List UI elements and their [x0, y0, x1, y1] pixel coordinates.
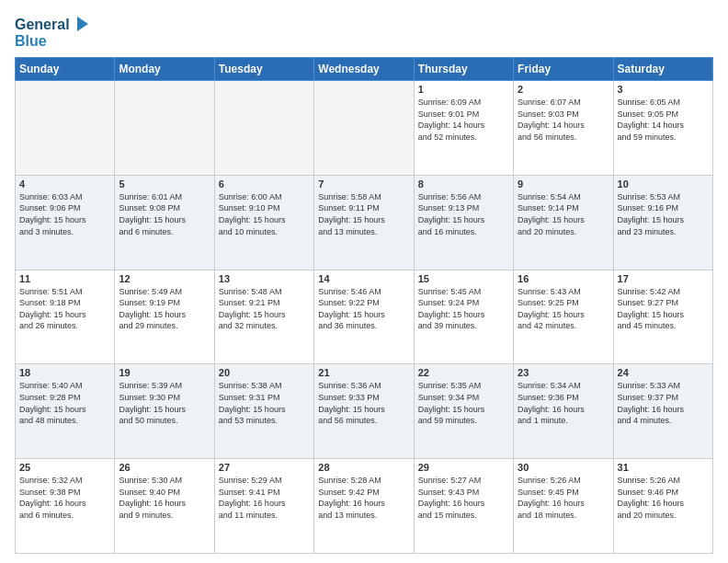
calendar-header-saturday: Saturday: [613, 58, 712, 81]
day-info: Sunrise: 6:05 AM Sunset: 9:05 PM Dayligh…: [618, 97, 709, 143]
day-number: 4: [19, 178, 110, 190]
calendar-cell: [314, 81, 414, 176]
day-info: Sunrise: 6:03 AM Sunset: 9:06 PM Dayligh…: [19, 191, 110, 237]
day-info: Sunrise: 5:49 AM Sunset: 9:19 PM Dayligh…: [119, 286, 210, 332]
calendar-cell: 16Sunrise: 5:43 AM Sunset: 9:25 PM Dayli…: [514, 270, 613, 364]
page: GeneralBlue SundayMondayTuesdayWednesday…: [0, 0, 728, 563]
day-number: 3: [618, 84, 709, 95]
day-info: Sunrise: 5:30 AM Sunset: 9:40 PM Dayligh…: [119, 475, 210, 521]
day-info: Sunrise: 5:46 AM Sunset: 9:22 PM Dayligh…: [318, 286, 409, 332]
day-number: 14: [318, 273, 409, 284]
day-number: 31: [618, 462, 709, 473]
calendar-cell: 2Sunrise: 6:07 AM Sunset: 9:03 PM Daylig…: [514, 81, 613, 176]
day-info: Sunrise: 5:51 AM Sunset: 9:18 PM Dayligh…: [19, 286, 110, 332]
calendar-cell: [115, 81, 214, 176]
logo: GeneralBlue: [15, 15, 97, 50]
day-info: Sunrise: 5:39 AM Sunset: 9:30 PM Dayligh…: [119, 380, 210, 426]
calendar-cell: 20Sunrise: 5:38 AM Sunset: 9:31 PM Dayli…: [214, 364, 313, 459]
day-info: Sunrise: 5:34 AM Sunset: 9:36 PM Dayligh…: [518, 380, 609, 426]
day-info: Sunrise: 5:33 AM Sunset: 9:37 PM Dayligh…: [618, 380, 709, 426]
calendar-cell: 13Sunrise: 5:48 AM Sunset: 9:21 PM Dayli…: [214, 270, 313, 364]
day-number: 26: [119, 462, 210, 473]
day-number: 16: [518, 273, 609, 284]
calendar-cell: 22Sunrise: 5:35 AM Sunset: 9:34 PM Dayli…: [414, 364, 513, 459]
calendar-cell: 11Sunrise: 5:51 AM Sunset: 9:18 PM Dayli…: [16, 270, 115, 364]
day-info: Sunrise: 5:26 AM Sunset: 9:46 PM Dayligh…: [618, 475, 709, 521]
day-info: Sunrise: 5:28 AM Sunset: 9:42 PM Dayligh…: [318, 475, 409, 521]
day-number: 25: [19, 462, 110, 473]
day-number: 2: [518, 84, 609, 95]
calendar-cell: 9Sunrise: 5:54 AM Sunset: 9:14 PM Daylig…: [514, 175, 613, 270]
calendar-header-row: SundayMondayTuesdayWednesdayThursdayFrid…: [16, 58, 713, 81]
day-info: Sunrise: 5:43 AM Sunset: 9:25 PM Dayligh…: [518, 286, 609, 332]
day-info: Sunrise: 5:29 AM Sunset: 9:41 PM Dayligh…: [219, 475, 310, 521]
calendar-week-row: 4Sunrise: 6:03 AM Sunset: 9:06 PM Daylig…: [16, 175, 713, 270]
day-number: 30: [518, 462, 609, 473]
day-number: 7: [318, 178, 409, 190]
calendar-cell: 14Sunrise: 5:46 AM Sunset: 9:22 PM Dayli…: [314, 270, 414, 364]
calendar-cell: 12Sunrise: 5:49 AM Sunset: 9:19 PM Dayli…: [115, 270, 214, 364]
calendar-cell: 10Sunrise: 5:53 AM Sunset: 9:16 PM Dayli…: [613, 175, 712, 270]
calendar-cell: 31Sunrise: 5:26 AM Sunset: 9:46 PM Dayli…: [613, 459, 712, 554]
calendar-week-row: 1Sunrise: 6:09 AM Sunset: 9:01 PM Daylig…: [16, 81, 713, 176]
calendar-table: SundayMondayTuesdayWednesdayThursdayFrid…: [15, 57, 713, 554]
day-number: 22: [418, 367, 509, 378]
day-info: Sunrise: 5:35 AM Sunset: 9:34 PM Dayligh…: [418, 380, 509, 426]
day-info: Sunrise: 5:26 AM Sunset: 9:45 PM Dayligh…: [518, 475, 609, 521]
day-info: Sunrise: 5:40 AM Sunset: 9:28 PM Dayligh…: [19, 380, 110, 426]
calendar-header-friday: Friday: [514, 58, 613, 81]
calendar-cell: 28Sunrise: 5:28 AM Sunset: 9:42 PM Dayli…: [314, 459, 414, 554]
calendar-cell: 17Sunrise: 5:42 AM Sunset: 9:27 PM Dayli…: [613, 270, 712, 364]
calendar-cell: 8Sunrise: 5:56 AM Sunset: 9:13 PM Daylig…: [414, 175, 513, 270]
svg-marker-1: [77, 17, 88, 31]
calendar-header-tuesday: Tuesday: [214, 58, 313, 81]
calendar-cell: 26Sunrise: 5:30 AM Sunset: 9:40 PM Dayli…: [115, 459, 214, 554]
calendar-cell: 5Sunrise: 6:01 AM Sunset: 9:08 PM Daylig…: [115, 175, 214, 270]
calendar-header-monday: Monday: [115, 58, 214, 81]
calendar-cell: 1Sunrise: 6:09 AM Sunset: 9:01 PM Daylig…: [414, 81, 513, 176]
calendar-cell: 7Sunrise: 5:58 AM Sunset: 9:11 PM Daylig…: [314, 175, 414, 270]
calendar-cell: 29Sunrise: 5:27 AM Sunset: 9:43 PM Dayli…: [414, 459, 513, 554]
day-info: Sunrise: 5:38 AM Sunset: 9:31 PM Dayligh…: [219, 380, 310, 426]
day-number: 19: [119, 367, 210, 378]
day-number: 21: [318, 367, 409, 378]
calendar-cell: 30Sunrise: 5:26 AM Sunset: 9:45 PM Dayli…: [514, 459, 613, 554]
calendar-cell: [214, 81, 313, 176]
day-number: 29: [418, 462, 509, 473]
day-number: 20: [219, 367, 310, 378]
day-info: Sunrise: 5:45 AM Sunset: 9:24 PM Dayligh…: [418, 286, 509, 332]
calendar-header-thursday: Thursday: [414, 58, 513, 81]
generalblue-logo: GeneralBlue: [15, 15, 97, 50]
calendar-week-row: 18Sunrise: 5:40 AM Sunset: 9:28 PM Dayli…: [16, 364, 713, 459]
day-number: 28: [318, 462, 409, 473]
day-info: Sunrise: 6:09 AM Sunset: 9:01 PM Dayligh…: [418, 97, 509, 143]
day-number: 23: [518, 367, 609, 378]
calendar-cell: 15Sunrise: 5:45 AM Sunset: 9:24 PM Dayli…: [414, 270, 513, 364]
calendar-cell: 21Sunrise: 5:36 AM Sunset: 9:33 PM Dayli…: [314, 364, 414, 459]
calendar-cell: 25Sunrise: 5:32 AM Sunset: 9:38 PM Dayli…: [16, 459, 115, 554]
day-info: Sunrise: 5:56 AM Sunset: 9:13 PM Dayligh…: [418, 191, 509, 237]
day-info: Sunrise: 5:42 AM Sunset: 9:27 PM Dayligh…: [618, 286, 709, 332]
day-number: 10: [618, 178, 709, 190]
day-number: 27: [219, 462, 310, 473]
day-number: 8: [418, 178, 509, 190]
day-number: 24: [618, 367, 709, 378]
day-number: 17: [618, 273, 709, 284]
day-info: Sunrise: 5:53 AM Sunset: 9:16 PM Dayligh…: [618, 191, 709, 237]
day-info: Sunrise: 6:07 AM Sunset: 9:03 PM Dayligh…: [518, 97, 609, 143]
day-info: Sunrise: 5:58 AM Sunset: 9:11 PM Dayligh…: [318, 191, 409, 237]
day-number: 1: [418, 84, 509, 95]
day-number: 15: [418, 273, 509, 284]
calendar-header-wednesday: Wednesday: [314, 58, 414, 81]
header: GeneralBlue: [15, 11, 713, 50]
calendar-cell: 19Sunrise: 5:39 AM Sunset: 9:30 PM Dayli…: [115, 364, 214, 459]
day-number: 11: [19, 273, 110, 284]
day-info: Sunrise: 5:54 AM Sunset: 9:14 PM Dayligh…: [518, 191, 609, 237]
calendar-cell: 24Sunrise: 5:33 AM Sunset: 9:37 PM Dayli…: [613, 364, 712, 459]
day-info: Sunrise: 5:32 AM Sunset: 9:38 PM Dayligh…: [19, 475, 110, 521]
calendar-cell: [16, 81, 115, 176]
calendar-cell: 6Sunrise: 6:00 AM Sunset: 9:10 PM Daylig…: [214, 175, 313, 270]
calendar-cell: 18Sunrise: 5:40 AM Sunset: 9:28 PM Dayli…: [16, 364, 115, 459]
day-number: 9: [518, 178, 609, 190]
day-number: 6: [219, 178, 310, 190]
